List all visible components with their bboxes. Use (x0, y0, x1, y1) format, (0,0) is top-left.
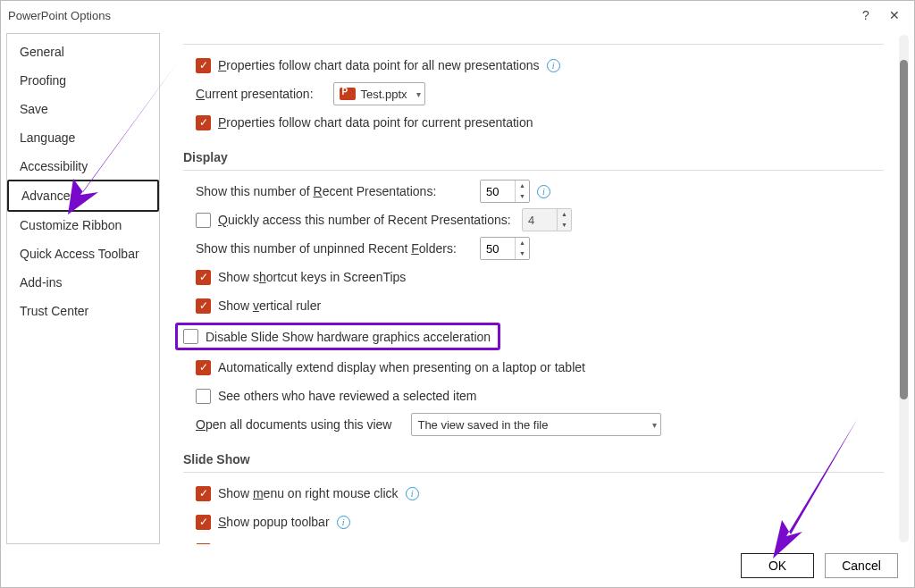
info-icon[interactable] (537, 185, 550, 198)
spinner-buttons[interactable]: ▲▼ (515, 238, 529, 259)
label-auto-extend: Automatically extend display when presen… (218, 360, 585, 374)
sidebar-item-save[interactable]: Save (7, 95, 159, 123)
row-popup-toolbar: Show popup toolbar (183, 510, 884, 533)
checkbox-vertical-ruler[interactable] (196, 298, 211, 314)
info-icon[interactable] (547, 59, 560, 72)
checkbox-see-others[interactable] (196, 389, 211, 404)
row-prop-current: Properties follow chart data point for c… (183, 111, 884, 134)
dropdown-open-view[interactable]: The view saved in the file ▾ (411, 413, 661, 436)
help-button[interactable]: ? (852, 3, 880, 28)
close-button[interactable]: ✕ (880, 3, 909, 28)
divider (183, 170, 884, 171)
checkbox-auto-extend[interactable] (196, 360, 211, 375)
chevron-down-icon: ▾ (416, 89, 421, 99)
row-vertical-ruler: Show vertical ruler (183, 294, 884, 317)
chevron-down-icon: ▾ (652, 420, 657, 430)
section-display: Display (183, 150, 884, 164)
label-open-view: Open all documents using this view (196, 417, 391, 432)
options-dialog: PowerPoint Options ? ✕ General Proofing … (0, 0, 915, 588)
row-shortcut-keys: Show shortcut keys in ScreenTips (183, 265, 884, 289)
label-see-others: See others who have reviewed a selected … (218, 389, 477, 403)
dropdown-current-presentation[interactable]: Test.pptx ▾ (333, 82, 425, 105)
row-quick-access: Quickly access this number of Recent Pre… (183, 208, 884, 231)
ok-button[interactable]: OK (741, 553, 814, 578)
row-auto-extend: Automatically extend display when presen… (183, 356, 884, 379)
row-unpinned-folders: Show this number of unpinned Recent Fold… (183, 237, 884, 260)
info-icon[interactable] (406, 487, 419, 500)
checkbox-shortcut-keys[interactable] (196, 270, 211, 285)
row-recent-presentations: Show this number of Recent Presentations… (183, 180, 884, 203)
row-see-others: See others who have reviewed a selected … (183, 384, 884, 407)
row-open-view: Open all documents using this view The v… (183, 413, 884, 436)
cancel-button[interactable]: Cancel (825, 553, 898, 578)
scrollbar-thumb[interactable] (900, 60, 908, 399)
spinner-input[interactable] (481, 242, 515, 256)
label-current-presentation: Current presentation: (196, 87, 314, 101)
row-menu-rightclick: Show menu on right mouse click (183, 482, 884, 505)
scrollbar[interactable] (899, 35, 909, 542)
checkbox-quick-access[interactable] (196, 213, 211, 228)
row-disable-hw: Disable Slide Show hardware graphics acc… (183, 323, 884, 350)
label-recent-presentations: Show this number of Recent Presentations… (196, 184, 473, 198)
annotation-highlight: Disable Slide Show hardware graphics acc… (175, 323, 500, 350)
label-prop-new: Properties follow chart data point for a… (218, 58, 540, 72)
label-ink: Prompt to keep ink annotations when exit… (218, 543, 464, 544)
label-vertical-ruler: Show vertical ruler (218, 298, 321, 313)
row-prop-new: Properties follow chart data point for a… (183, 54, 884, 77)
titlebar: PowerPoint Options ? ✕ (1, 1, 914, 29)
spinner-buttons[interactable]: ▲▼ (515, 181, 529, 202)
checkbox-ink[interactable] (196, 543, 211, 545)
section-slideshow: Slide Show (183, 452, 884, 466)
label-unpinned-folders: Show this number of unpinned Recent Fold… (196, 241, 473, 256)
spinner-input (523, 214, 557, 227)
sidebar-item-addins[interactable]: Add-ins (7, 268, 159, 297)
sidebar-item-trust-center[interactable]: Trust Center (7, 297, 159, 325)
dialog-body: General Proofing Save Language Accessibi… (1, 29, 914, 544)
checkbox-prop-current[interactable] (196, 115, 211, 130)
dialog-footer: OK Cancel (1, 544, 914, 587)
spinner-recent-presentations[interactable]: ▲▼ (480, 180, 530, 203)
sidebar-item-quick-access[interactable]: Quick Access Toolbar (7, 239, 159, 268)
sidebar-item-accessibility[interactable]: Accessibility (7, 152, 159, 181)
spinner-input[interactable] (481, 185, 515, 198)
sidebar: General Proofing Save Language Accessibi… (6, 33, 160, 544)
info-icon[interactable] (337, 516, 350, 529)
spinner-unpinned-folders[interactable]: ▲▼ (480, 237, 530, 260)
sidebar-item-general[interactable]: General (7, 38, 159, 66)
label-shortcut-keys: Show shortcut keys in ScreenTips (218, 270, 406, 284)
checkbox-menu-rightclick[interactable] (196, 486, 211, 501)
sidebar-item-customize-ribbon[interactable]: Customize Ribbon (7, 211, 159, 239)
checkbox-prop-new[interactable] (196, 58, 211, 73)
sidebar-item-proofing[interactable]: Proofing (7, 66, 159, 95)
divider (183, 44, 884, 45)
label-prop-current: Properties follow chart data point for c… (218, 115, 533, 130)
main-wrap: Properties follow chart data point for a… (167, 33, 909, 544)
sidebar-item-advanced[interactable]: Advanced (7, 180, 159, 212)
dropdown-value: The view saved in the file (417, 418, 548, 432)
powerpoint-file-icon (340, 88, 356, 100)
spinner-buttons: ▲▼ (557, 209, 571, 231)
main-panel: Properties follow chart data point for a… (167, 33, 909, 544)
dropdown-value: Test.pptx (361, 88, 407, 101)
label-popup-toolbar: Show popup toolbar (218, 515, 330, 529)
row-current-presentation: Current presentation: Test.pptx ▾ (183, 82, 884, 105)
checkbox-popup-toolbar[interactable] (196, 515, 211, 530)
label-menu-rightclick: Show menu on right mouse click (218, 486, 399, 500)
label-disable-hw: Disable Slide Show hardware graphics acc… (206, 330, 491, 344)
divider (183, 472, 884, 473)
window-title: PowerPoint Options (8, 9, 852, 22)
checkbox-disable-hw[interactable] (183, 329, 198, 344)
sidebar-item-language[interactable]: Language (7, 123, 159, 152)
spinner-quick-access: ▲▼ (522, 208, 572, 231)
label-quick-access: Quickly access this number of Recent Pre… (218, 213, 515, 227)
row-ink: Prompt to keep ink annotations when exit… (183, 539, 884, 544)
